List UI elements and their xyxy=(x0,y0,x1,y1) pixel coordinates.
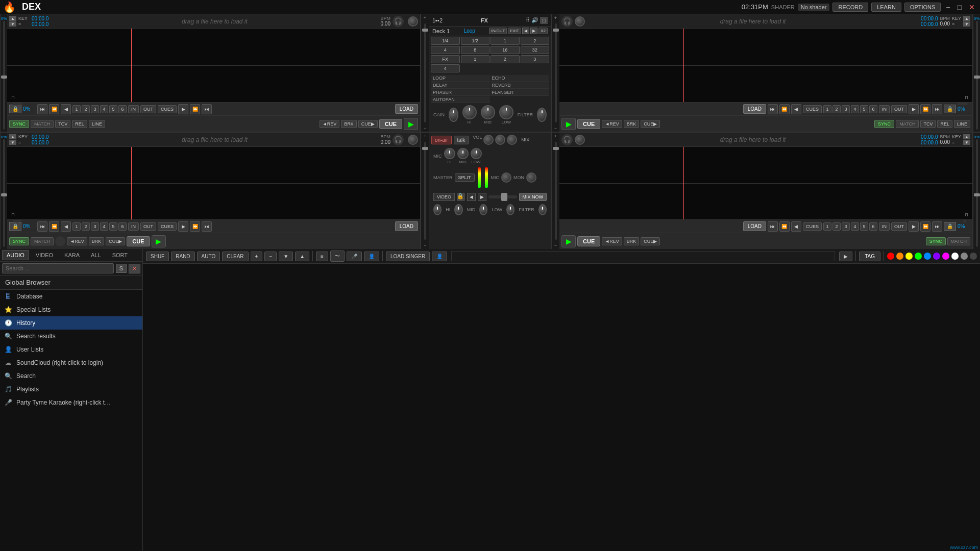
deck2-play-btn[interactable]: ▶ xyxy=(561,118,576,130)
deck4-pitch-control[interactable]: ▲ ▼ xyxy=(963,134,970,145)
deck1-gain-knob[interactable] xyxy=(408,16,418,27)
deck2-load-btn[interactable]: LOAD xyxy=(743,104,766,114)
deck3-rev-btn[interactable]: ◄REV xyxy=(67,237,87,245)
ch1-filter-knob[interactable] xyxy=(537,108,547,122)
deck3-in-btn[interactable]: IN xyxy=(128,222,139,231)
deck4-n5[interactable]: 5 xyxy=(860,222,868,231)
tab-all[interactable]: ALL xyxy=(86,250,106,260)
deck1-cue-small-btn[interactable]: CUE▶ xyxy=(358,120,378,128)
deck2-n5[interactable]: 5 xyxy=(860,105,868,113)
deck1-pitch-slider[interactable]: 0% xyxy=(0,14,7,132)
deck4-cues-btn[interactable]: CUES xyxy=(803,222,822,231)
loop-1[interactable]: 1 xyxy=(491,37,520,45)
list-view-btn[interactable]: ≡ xyxy=(316,252,328,261)
deck3-load-btn[interactable]: LOAD xyxy=(395,221,418,231)
deck3-fader-handle[interactable] xyxy=(422,147,428,150)
deck3-n2[interactable]: 2 xyxy=(82,222,90,231)
color-green[interactable] xyxy=(915,253,922,260)
load-singer-btn[interactable]: LOAD SINGER xyxy=(386,252,430,261)
deck3-pitch-slider[interactable]: 0% xyxy=(0,133,7,249)
deck2-n3[interactable]: 3 xyxy=(842,105,850,113)
fx-3[interactable]: 3 xyxy=(521,55,550,63)
color-gray[interactable] xyxy=(961,253,968,260)
deck1-fader-track[interactable] xyxy=(424,23,426,122)
deck2-pitch-handle[interactable] xyxy=(974,76,980,79)
deck1-vol-fader[interactable]: + − xyxy=(421,14,429,132)
on-air-button[interactable]: on-air xyxy=(431,136,452,144)
minus-button[interactable]: − xyxy=(264,252,277,261)
deck3-n5[interactable]: 5 xyxy=(109,222,117,231)
deck2-next-btn[interactable]: ⏭ xyxy=(932,104,942,114)
deck1-rel-btn[interactable]: REL xyxy=(72,120,87,128)
deck2-tcv-btn[interactable]: TCV xyxy=(920,120,936,128)
deck1-cues-btn[interactable]: CUES xyxy=(158,105,177,113)
deck3-n3[interactable]: 3 xyxy=(91,222,99,231)
browser-item-karaoke[interactable]: 🎤 Party Tyme Karaoke (right-click t… xyxy=(0,396,142,409)
video-button[interactable]: VIDEO xyxy=(433,193,455,201)
ch3-low-knob[interactable] xyxy=(506,204,514,215)
deck2-sync-btn[interactable]: SYNC xyxy=(874,120,894,128)
deck3-vol-fader[interactable]: + − xyxy=(421,133,429,249)
deck1-pitch-up[interactable]: ▲ xyxy=(9,16,16,21)
deck4-cue-small-btn[interactable]: CUE▶ xyxy=(641,237,660,245)
search-s-button[interactable]: S xyxy=(116,264,127,273)
mic-mid-knob[interactable] xyxy=(457,148,469,159)
deck1-line-btn[interactable]: LINE xyxy=(89,120,105,128)
deck4-load-btn[interactable]: LOAD xyxy=(743,221,766,231)
fx-4[interactable]: 4 xyxy=(431,64,460,72)
deck1-n6[interactable]: 6 xyxy=(118,105,127,113)
browser-item-soundcloud[interactable]: ☁ SoundCloud (right-click to login) xyxy=(0,356,142,369)
deck4-pitch-slider[interactable]: 0% xyxy=(973,133,980,249)
deck1-headphone-icon[interactable]: 🎧 xyxy=(393,16,404,27)
deck4-rw-btn[interactable]: ⏪ xyxy=(779,221,790,232)
deck4-pitch-up[interactable]: ▲ xyxy=(963,134,970,139)
deck2-pitch-up[interactable]: ▲ xyxy=(963,16,970,21)
fx-1[interactable]: 1 xyxy=(461,55,490,63)
color-purple[interactable] xyxy=(933,253,940,260)
tab-video[interactable]: VIDEO xyxy=(31,250,58,260)
browser-item-history[interactable]: 🕐 History xyxy=(0,316,142,330)
search-clear-button[interactable]: ✕ xyxy=(129,264,140,273)
deck4-n3[interactable]: 3 xyxy=(842,222,850,231)
auto-button[interactable]: AUTO xyxy=(197,252,220,261)
color-orange[interactable] xyxy=(896,253,903,260)
mon-knob[interactable] xyxy=(526,172,536,183)
vol-knob[interactable] xyxy=(483,135,494,145)
deck1-n3[interactable]: 3 xyxy=(91,105,99,113)
deck3-ff-btn[interactable]: ⏩ xyxy=(190,221,200,232)
deck4-pitch-down[interactable]: ▼ xyxy=(963,140,970,145)
deck3-out-btn[interactable]: OUT xyxy=(140,222,156,231)
color-white[interactable] xyxy=(951,253,959,260)
loop-8[interactable]: 8 xyxy=(461,46,490,54)
deck4-n1[interactable]: 1 xyxy=(823,222,831,231)
deck2-rw-btn[interactable]: ⏪ xyxy=(779,104,790,114)
deck3-fwd-btn[interactable]: ▶ xyxy=(178,221,188,232)
fx-2[interactable]: 2 xyxy=(491,55,520,63)
deck1-next-btn[interactable]: ⏭ xyxy=(202,104,212,114)
deck2-pitch-control[interactable]: ▲ ▼ xyxy=(963,16,970,27)
loop-2[interactable]: 2 xyxy=(521,37,550,45)
minimize-button[interactable]: − xyxy=(944,3,952,11)
ch1-gain-knob[interactable] xyxy=(449,108,458,122)
tab-kara[interactable]: KARA xyxy=(60,250,84,260)
deck4-rev-btn[interactable]: ◄REV xyxy=(602,237,622,245)
close-button[interactable]: ✕ xyxy=(967,3,977,11)
deck1-pitch-down[interactable]: ▼ xyxy=(9,21,16,27)
deck2-pitch-track[interactable] xyxy=(976,21,978,130)
x2-btn[interactable]: X2 xyxy=(538,28,548,34)
cf-arrow-left[interactable]: ◀ xyxy=(467,193,476,201)
browser-item-special-lists[interactable]: ⭐ Special Lists xyxy=(0,303,142,316)
deck2-cue-small-btn[interactable]: CUE▶ xyxy=(641,120,660,128)
loop-4[interactable]: 4 xyxy=(431,46,460,54)
clear-button[interactable]: CLEAR xyxy=(222,252,248,261)
color-dark[interactable] xyxy=(970,253,977,260)
deck4-n6[interactable]: 6 xyxy=(869,222,877,231)
deck4-brk-btn[interactable]: BRK xyxy=(624,237,640,245)
ch3-filter-knob[interactable] xyxy=(538,204,547,215)
lock-crossfader-icon[interactable]: 🔒 xyxy=(457,193,465,201)
deck4-fader-track[interactable] xyxy=(555,142,557,240)
deck3-headphone-icon[interactable]: 🎧 xyxy=(393,134,404,145)
deck3-pitch-up[interactable]: ▲ xyxy=(9,134,16,139)
deck2-ff-btn[interactable]: ⏩ xyxy=(920,104,930,114)
deck1-fwd-btn[interactable]: ▶ xyxy=(178,104,188,114)
